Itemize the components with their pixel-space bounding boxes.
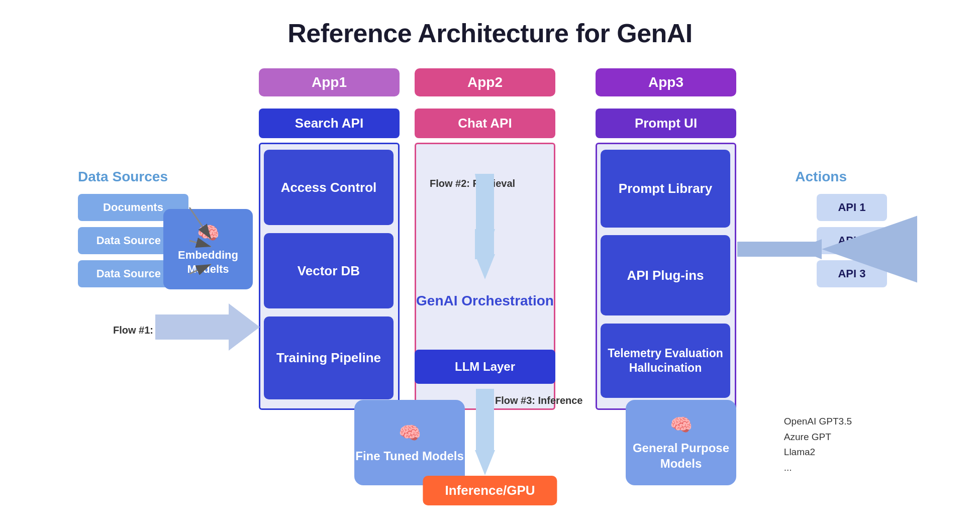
app2-pill: App2 (415, 68, 555, 96)
svg-marker-11 (475, 450, 495, 475)
api3-box: API 3 (817, 260, 887, 287)
general-purpose-box: 🧠 General Purpose Models (626, 400, 736, 485)
inference-gpu-box: Inference/GPU (423, 476, 557, 505)
fine-tuned-box: 🧠 Fine Tuned Models (354, 400, 465, 485)
api-plugins-box: API Plug-ins (601, 235, 730, 315)
prompt-library-box: Prompt Library (601, 150, 730, 228)
data-sources-label: Data Sources (78, 169, 168, 185)
telemetry-box: Telemetry Evaluation Hallucination (601, 324, 730, 398)
embedding-model-box: 🧠 Embedding Modelts (163, 209, 253, 289)
app1-pill: App1 (259, 68, 400, 96)
general-purpose-label: General Purpose Models (626, 440, 736, 471)
search-api-bar: Search API (259, 109, 400, 138)
vector-db-box: Vector DB (264, 233, 394, 308)
training-pipeline-box: Training Pipeline (264, 316, 394, 399)
api1-box: API 1 (817, 194, 887, 221)
flow1-label: Flow #1: Ingestion (113, 325, 201, 336)
embedding-label: Embedding Modelts (163, 248, 253, 277)
prompt-ui-bar: Prompt UI (596, 109, 736, 138)
api2-box: API 2 (817, 227, 887, 254)
flow2-label: Flow #2: Retrieval (430, 178, 515, 189)
fine-tuned-label: Fine Tuned Models (355, 448, 464, 464)
diagram-area: App1 App2 App3 Search API Chat API Promp… (63, 68, 917, 505)
actions-label: Actions (795, 169, 847, 185)
brain-icon-2: 🧠 (399, 421, 421, 445)
genai-orchestration-text: GenAI Orchestration (415, 258, 555, 344)
brain-icon: 🧠 (197, 222, 220, 245)
main-title: Reference Architecture for GenAI (287, 18, 693, 48)
model-names: OpenAI GPT3.5Azure GPTLlama2... (784, 414, 852, 475)
brain-icon-3: 🧠 (670, 413, 693, 437)
page: Reference Architecture for GenAI App1 Ap… (0, 0, 980, 530)
app3-pill: App3 (596, 68, 736, 96)
llm-layer-box: LLM Layer (415, 350, 555, 384)
access-control-box: Access Control (264, 150, 394, 225)
chat-api-bar: Chat API (415, 109, 555, 138)
flow3-label: Flow #3: Inference (495, 395, 583, 406)
